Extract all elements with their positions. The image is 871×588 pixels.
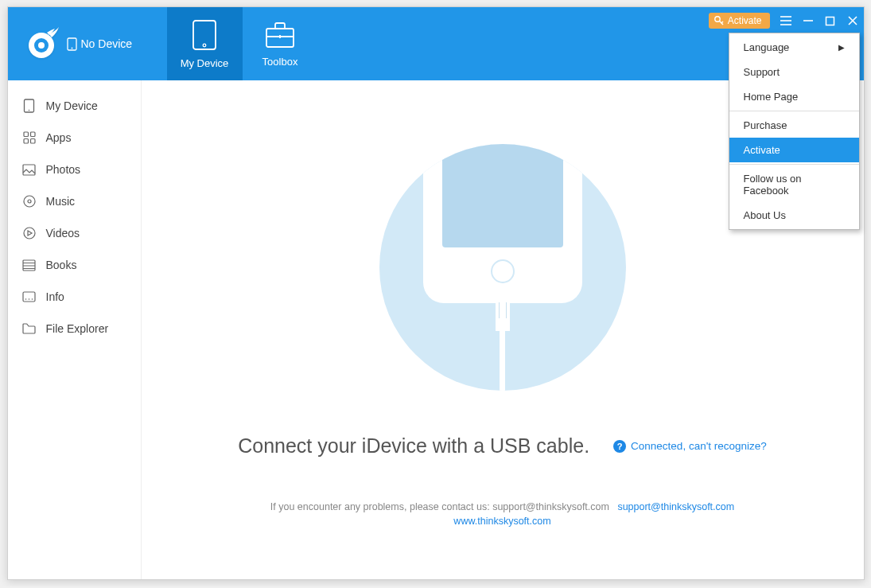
activate-button-label: Activate xyxy=(728,15,762,26)
menu-item-about-us[interactable]: About Us xyxy=(729,203,859,228)
tab-toolbox[interactable]: Toolbox xyxy=(243,7,318,80)
footer: If you encounter any problems, please co… xyxy=(270,501,734,527)
no-device-text: No Device xyxy=(81,37,133,50)
menu-item-follow-facebook[interactable]: Follow us on Facebook xyxy=(729,166,859,203)
svg-rect-25 xyxy=(30,139,35,144)
recognize-help-link[interactable]: ? Connected, can't recognize? xyxy=(613,440,767,453)
connect-row: Connect your iDevice with a USB cable. ?… xyxy=(238,434,767,458)
menu-item-label: Purchase xyxy=(744,119,787,131)
folder-icon xyxy=(22,321,37,336)
svg-point-35 xyxy=(25,298,27,300)
app-logo-icon xyxy=(22,25,60,63)
music-icon xyxy=(22,194,37,208)
header-bar: No Device My Device Toolbox xyxy=(8,7,864,80)
sidebar-item-label: Videos xyxy=(46,227,80,239)
tablet-icon xyxy=(192,19,217,51)
main-menu-dropdown: Language ▶ Support Home Page Purchase Ac… xyxy=(729,33,860,230)
svg-rect-23 xyxy=(30,132,35,137)
sidebar-item-label: My Device xyxy=(46,99,98,112)
menu-item-label: Activate xyxy=(744,144,780,156)
menu-item-label: Language xyxy=(744,41,790,53)
svg-rect-34 xyxy=(23,292,35,302)
menu-item-home-page[interactable]: Home Page xyxy=(729,84,859,109)
sidebar-item-music[interactable]: Music xyxy=(8,185,141,217)
menu-item-label: About Us xyxy=(744,209,786,221)
menu-item-language[interactable]: Language ▶ xyxy=(729,35,859,60)
svg-point-4 xyxy=(71,47,72,49)
window-controls: Activate xyxy=(709,7,864,34)
submenu-arrow-icon: ▶ xyxy=(838,43,845,52)
photos-icon xyxy=(22,162,37,177)
svg-point-2 xyxy=(38,42,45,49)
device-illustration xyxy=(379,144,626,391)
sidebar: My Device Apps Photos Music xyxy=(8,80,142,579)
phone-graphic xyxy=(423,144,582,303)
connect-instruction: Connect your iDevice with a USB cable. xyxy=(238,434,589,458)
support-email-link[interactable]: support@thinkskysoft.com xyxy=(617,501,734,512)
app-window: No Device My Device Toolbox xyxy=(7,6,865,580)
sidebar-item-label: Music xyxy=(46,195,76,208)
svg-point-36 xyxy=(29,298,30,300)
tab-label: Toolbox xyxy=(262,56,298,68)
sidebar-item-label: Apps xyxy=(46,131,72,144)
svg-point-28 xyxy=(28,200,31,203)
sidebar-item-videos[interactable]: Videos xyxy=(8,217,141,249)
svg-point-37 xyxy=(32,298,33,300)
svg-line-12 xyxy=(721,21,723,23)
info-icon xyxy=(22,290,37,304)
footer-line-1: If you encounter any problems, please co… xyxy=(270,501,734,512)
svg-point-10 xyxy=(715,17,720,21)
sidebar-item-file-explorer[interactable]: File Explorer xyxy=(8,313,141,345)
menu-separator xyxy=(729,111,859,111)
minimize-button[interactable] xyxy=(797,7,819,34)
help-link-label: Connected, can't recognize? xyxy=(631,440,767,452)
menu-item-label: Support xyxy=(744,66,780,78)
key-icon xyxy=(714,15,725,26)
svg-point-27 xyxy=(24,196,35,207)
apps-icon xyxy=(22,130,37,145)
phone-home-button-graphic xyxy=(491,259,515,283)
website-link[interactable]: www.thinkskysoft.com xyxy=(453,516,550,527)
videos-icon xyxy=(22,226,37,240)
sidebar-item-my-device[interactable]: My Device xyxy=(8,90,141,122)
svg-point-21 xyxy=(29,110,30,111)
menu-item-activate[interactable]: Activate xyxy=(729,138,859,162)
books-icon xyxy=(22,258,37,272)
phone-screen-graphic xyxy=(442,144,563,247)
svg-rect-22 xyxy=(24,132,29,137)
question-icon: ? xyxy=(613,440,626,453)
close-button[interactable] xyxy=(842,7,864,34)
sidebar-item-label: Books xyxy=(46,259,77,271)
menu-item-support[interactable]: Support xyxy=(729,60,859,84)
activate-button[interactable]: Activate xyxy=(709,13,770,29)
maximize-button[interactable] xyxy=(819,7,842,34)
cable-graphic xyxy=(496,298,510,391)
sidebar-item-label: Photos xyxy=(46,163,81,176)
header-tabs: My Device Toolbox xyxy=(167,7,318,80)
svg-point-6 xyxy=(203,44,206,47)
tab-label: My Device xyxy=(181,57,229,69)
svg-rect-26 xyxy=(23,165,35,175)
menu-item-label: Follow us on Facebook xyxy=(744,173,845,197)
logo-section: No Device xyxy=(8,7,167,80)
menu-separator xyxy=(729,164,859,165)
menu-item-label: Home Page xyxy=(744,91,799,103)
device-icon xyxy=(22,99,37,113)
sidebar-item-apps[interactable]: Apps xyxy=(8,122,141,154)
sidebar-item-label: Info xyxy=(46,290,64,303)
sidebar-item-info[interactable]: Info xyxy=(8,281,141,313)
footer-line-2: www.thinkskysoft.com xyxy=(270,516,734,527)
svg-rect-24 xyxy=(24,139,29,144)
sidebar-item-books[interactable]: Books xyxy=(8,249,141,281)
sidebar-item-label: File Explorer xyxy=(46,322,109,335)
menu-button[interactable] xyxy=(775,7,797,34)
device-small-icon xyxy=(67,37,77,51)
svg-rect-5 xyxy=(193,21,216,49)
svg-rect-17 xyxy=(826,17,834,25)
no-device-label: No Device xyxy=(67,37,133,51)
sidebar-item-photos[interactable]: Photos xyxy=(8,154,141,185)
tab-my-device[interactable]: My Device xyxy=(167,7,243,80)
briefcase-icon xyxy=(264,21,296,49)
menu-item-purchase[interactable]: Purchase xyxy=(729,113,859,138)
svg-point-29 xyxy=(24,228,35,239)
